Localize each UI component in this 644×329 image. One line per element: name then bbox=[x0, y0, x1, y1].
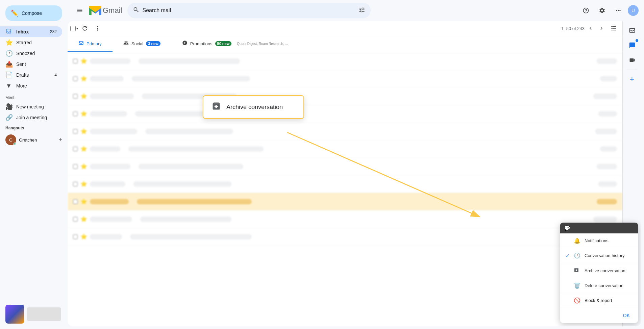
new-meeting-item[interactable]: 🎥 New meeting bbox=[0, 101, 62, 112]
primary-tab-icon bbox=[78, 40, 84, 47]
contact-card-1[interactable] bbox=[5, 305, 24, 324]
context-menu-conversation-history[interactable]: ✓ 🕐 Conversation history bbox=[560, 248, 622, 263]
email-list: ⭐ ⭐ ⭐ ⭐ bbox=[68, 52, 622, 326]
email-row[interactable]: ⭐ bbox=[68, 175, 622, 193]
select-all-area[interactable]: ▾ bbox=[70, 26, 78, 31]
next-page-button[interactable] bbox=[597, 24, 606, 33]
apps-button[interactable] bbox=[612, 4, 625, 17]
join-meeting-icon: 🔗 bbox=[5, 114, 12, 121]
email-row[interactable]: ⭐ bbox=[68, 70, 622, 87]
promotions-tab-label: Promotions bbox=[190, 41, 213, 46]
context-menu-header: 💬 bbox=[560, 223, 622, 233]
email-row[interactable]: ⭐ bbox=[68, 105, 622, 123]
sidebar-item-snoozed[interactable]: 🕐 Snoozed bbox=[0, 48, 62, 59]
inbox-label: Inbox bbox=[16, 29, 46, 34]
promotions-tab-icon bbox=[182, 40, 188, 47]
hamburger-menu-button[interactable] bbox=[73, 4, 86, 17]
sidebar-item-starred[interactable]: ⭐ Starred bbox=[0, 37, 62, 48]
select-all-checkbox[interactable] bbox=[70, 26, 76, 31]
hangouts-title: Hangouts bbox=[5, 126, 62, 130]
more-options-button[interactable] bbox=[92, 22, 104, 34]
delete-icon: 🗑️ bbox=[574, 282, 580, 289]
conversation-history-check: ✓ bbox=[566, 253, 570, 258]
user-avatar-button[interactable]: U bbox=[628, 5, 639, 16]
email-toolbar: ▾ 1–50 of 243 bbox=[68, 21, 622, 36]
right-panel-mail-button[interactable] bbox=[625, 24, 639, 37]
email-row[interactable]: ⭐ bbox=[68, 228, 622, 246]
hangout-user-gretchen[interactable]: G Gretchen + bbox=[5, 133, 62, 147]
settings-button[interactable] bbox=[595, 4, 609, 17]
prev-page-button[interactable] bbox=[586, 24, 595, 33]
search-bar[interactable] bbox=[127, 3, 371, 18]
snoozed-icon: 🕐 bbox=[5, 50, 12, 57]
inbox-count: 232 bbox=[50, 29, 57, 34]
social-tab-badge: 3 new bbox=[146, 41, 160, 46]
chat-notification-badge bbox=[636, 39, 638, 42]
sent-label: Sent bbox=[16, 61, 57, 67]
search-input[interactable] bbox=[142, 7, 356, 14]
compose-button[interactable]: ✏️ Compose bbox=[5, 5, 62, 21]
delete-conversation-label: Delete conversation bbox=[585, 283, 622, 288]
social-tab-icon bbox=[123, 40, 129, 47]
email-row[interactable]: ⭐ bbox=[68, 52, 622, 70]
svg-line-1 bbox=[287, 132, 480, 217]
email-row[interactable]: ⭐ bbox=[68, 140, 622, 158]
select-dropdown-icon[interactable]: ▾ bbox=[76, 27, 78, 30]
search-icon bbox=[133, 6, 140, 15]
count-text: 1–50 of 243 bbox=[561, 26, 585, 31]
tab-social[interactable]: Social 3 new bbox=[113, 36, 171, 52]
tab-primary[interactable]: Primary bbox=[68, 36, 113, 52]
star-icon: ⭐ bbox=[5, 39, 12, 46]
add-hangout-button[interactable]: + bbox=[58, 136, 62, 144]
context-menu-archive-conversation[interactable]: ✓ Archive conversation bbox=[560, 263, 622, 278]
tab-promotions[interactable]: Promotions 50 new Quora Digest, Roam Res… bbox=[171, 36, 299, 52]
sidebar-item-drafts[interactable]: 📄 Drafts 4 bbox=[0, 70, 62, 80]
email-row[interactable]: ⭐ bbox=[68, 123, 622, 140]
context-menu-footer: OK bbox=[560, 308, 622, 323]
new-meeting-label: New meeting bbox=[16, 104, 57, 109]
right-panel-divider bbox=[627, 70, 638, 70]
promotions-sub: Quora Digest, Roam Research, ... bbox=[237, 42, 288, 46]
right-panel-add-button[interactable]: + bbox=[625, 73, 639, 86]
sidebar-item-more[interactable]: ▼ More bbox=[0, 80, 62, 91]
snoozed-label: Snoozed bbox=[16, 51, 57, 56]
gmail-logo-text: Gmail bbox=[103, 6, 122, 15]
inbox-icon bbox=[5, 28, 12, 36]
context-menu: 💬 ✓ 🔔 Notifications ✓ 🕐 Conversation his… bbox=[560, 223, 622, 323]
social-tab-label: Social bbox=[131, 41, 143, 46]
help-button[interactable] bbox=[579, 4, 593, 17]
sidebar-item-sent[interactable]: 📤 Sent bbox=[0, 59, 62, 70]
email-row[interactable]: ⭐ bbox=[68, 87, 622, 105]
context-menu-ok-button[interactable]: OK bbox=[619, 311, 622, 320]
context-menu-block-report[interactable]: ✓ 🚫 Block & report bbox=[560, 293, 622, 308]
sidebar: ✏️ Compose Inbox 232 ⭐ Starred 🕐 Snoozed… bbox=[0, 0, 68, 329]
notifications-icon: 🔔 bbox=[574, 237, 580, 244]
sidebar-item-inbox[interactable]: Inbox 232 bbox=[0, 26, 62, 37]
email-row[interactable]: ⭐ bbox=[68, 193, 622, 210]
refresh-button[interactable] bbox=[79, 22, 91, 34]
email-row[interactable]: ⭐ bbox=[68, 210, 622, 228]
email-row[interactable]: ⭐ bbox=[68, 158, 622, 175]
more-label: More bbox=[16, 83, 57, 88]
block-report-label: Block & report bbox=[585, 298, 612, 303]
drafts-label: Drafts bbox=[16, 72, 50, 78]
context-menu-header-icon: 💬 bbox=[564, 225, 570, 231]
right-panel-chat-button[interactable] bbox=[625, 39, 639, 52]
more-icon: ▼ bbox=[5, 82, 12, 90]
context-menu-notifications[interactable]: ✓ 🔔 Notifications bbox=[560, 233, 622, 248]
gretchen-name: Gretchen bbox=[19, 137, 37, 143]
conversation-history-label: Conversation history bbox=[585, 253, 622, 258]
gretchen-avatar: G bbox=[5, 134, 16, 145]
archive-conversation-label: Archive conversation bbox=[585, 268, 622, 273]
conversation-history-icon: 🕐 bbox=[574, 252, 580, 259]
context-menu-delete-conversation[interactable]: ✓ 🗑️ Delete conversation bbox=[560, 278, 622, 293]
topbar-right: U bbox=[579, 4, 639, 17]
join-meeting-item[interactable]: 🔗 Join a meeting bbox=[0, 112, 62, 123]
archive-tooltip-text: Archive conversation bbox=[226, 104, 283, 111]
archive-tooltip-icon bbox=[212, 101, 221, 113]
new-meeting-icon: 🎥 bbox=[5, 103, 12, 110]
view-toggle-button[interactable] bbox=[608, 22, 620, 34]
right-panel-meet-button[interactable] bbox=[625, 53, 639, 67]
search-tune-icon[interactable] bbox=[358, 6, 365, 15]
compose-label: Compose bbox=[22, 10, 42, 16]
